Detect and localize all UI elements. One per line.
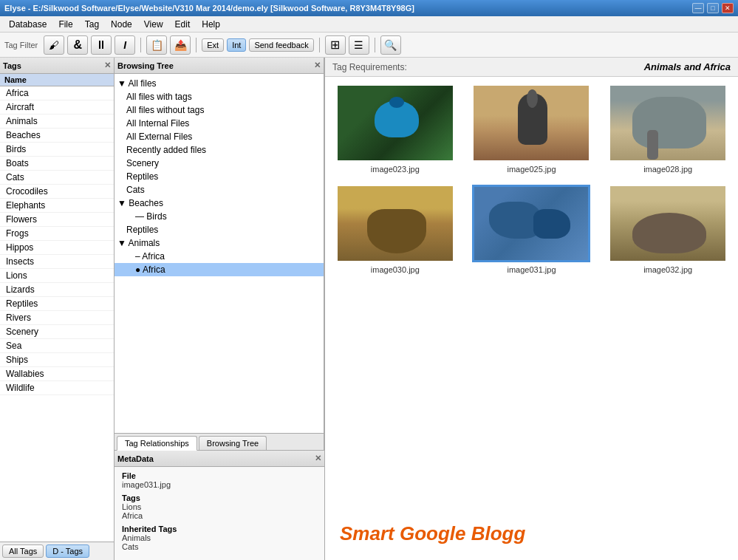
tree-item[interactable]: ● Africa	[115, 263, 324, 276]
menu-item-edit[interactable]: Edit	[169, 18, 197, 31]
tag-item-insects[interactable]: Insects	[0, 255, 114, 269]
image-cell-image025-jpg[interactable]: image025.jpg	[469, 84, 595, 174]
d-tags-button[interactable]: D - Tags	[46, 544, 89, 558]
tree-item[interactable]: Recently added files	[115, 143, 324, 157]
tag-item-cats[interactable]: Cats	[0, 171, 114, 185]
list-view-button[interactable]: ☰	[349, 35, 369, 55]
image-placeholder	[474, 86, 589, 160]
tag-item-hippos[interactable]: Hippos	[0, 241, 114, 255]
meta-tags-africa: Africa	[122, 511, 317, 520]
send-feedback-button[interactable]: Send feedback	[249, 38, 313, 52]
images-grid: image023.jpgimage025.jpgimage028.jpgimag…	[325, 77, 738, 508]
image-cell-image023-jpg[interactable]: image023.jpg	[332, 84, 458, 174]
tree-panel-header: Browsing Tree ✕	[115, 58, 324, 74]
tree-meta-column: Browsing Tree ✕ ▼ All filesAll files wit…	[115, 58, 325, 560]
promo-text: Smart Google Blogg	[325, 508, 738, 560]
tree-item[interactable]: All files with tags	[115, 90, 324, 103]
tree-item[interactable]: — Birds	[115, 210, 324, 223]
stamp2-button[interactable]: 📤	[170, 35, 191, 55]
image-filename: image030.jpg	[371, 265, 420, 274]
tree-item[interactable]: All External Files	[115, 130, 324, 143]
paint-button[interactable]: 🖌	[44, 35, 64, 55]
search-button[interactable]: 🔍	[380, 35, 401, 55]
tree-item[interactable]: Scenery	[115, 157, 324, 170]
main-area: Tags ✕ Name AfricaAircraftAnimalsBeaches…	[0, 58, 738, 560]
tag-item-beaches[interactable]: Beaches	[0, 129, 114, 143]
tree-item[interactable]: All files without tags	[115, 103, 324, 117]
tree-panel-close[interactable]: ✕	[314, 61, 321, 70]
image-cell-image032-jpg[interactable]: image032.jpg	[605, 185, 731, 274]
tree-item[interactable]: ▼ Animals	[115, 236, 324, 250]
toolbar: Tag Filter 🖌 & ⏸ I 📋 📤 Ext Int Send feed…	[0, 33, 738, 58]
meta-tags-lions: Lions	[122, 502, 317, 511]
tag-item-crocodiles[interactable]: Crocodiles	[0, 185, 114, 199]
int-button[interactable]: Int	[227, 38, 246, 52]
tag-item-wallabies[interactable]: Wallabies	[0, 367, 114, 381]
image-placeholder	[610, 86, 725, 160]
tree-item[interactable]: – Africa	[115, 250, 324, 263]
image-thumb	[336, 185, 454, 262]
image-placeholder	[338, 186, 453, 261]
tag-item-lizards[interactable]: Lizards	[0, 283, 114, 297]
tree-tabs: Tag Relationships Browsing Tree	[115, 433, 324, 450]
tag-item-ships[interactable]: Ships	[0, 353, 114, 367]
tag-item-scenery[interactable]: Scenery	[0, 325, 114, 339]
tag-title: Animals and Africa	[644, 61, 731, 72]
tags-panel-header: Tags ✕	[0, 58, 114, 74]
all-tags-button[interactable]: All Tags	[2, 544, 44, 558]
image-cell-image028-jpg[interactable]: image028.jpg	[605, 84, 731, 174]
stamp-button[interactable]: 📋	[146, 35, 167, 55]
tag-requirements-label: Tag Requirements:	[332, 62, 407, 72]
meta-panel-close[interactable]: ✕	[315, 454, 321, 463]
ext-button[interactable]: Ext	[202, 38, 224, 52]
meta-inherited-label: Inherited Tags	[122, 525, 317, 533]
tag-item-rivers[interactable]: Rivers	[0, 311, 114, 325]
menubar: DatabaseFileTagNodeViewEditHelp	[0, 16, 738, 33]
ampersand-button[interactable]: &	[67, 35, 88, 55]
meta-content: File image031.jpg Tags Lions Africa Inhe…	[115, 467, 324, 560]
tags-panel-close[interactable]: ✕	[104, 61, 111, 70]
tag-item-frogs[interactable]: Frogs	[0, 227, 114, 241]
tree-item[interactable]: ▼ Beaches	[115, 197, 324, 210]
tag-item-reptiles[interactable]: Reptiles	[0, 297, 114, 311]
tree-item[interactable]: ▼ All files	[115, 77, 324, 90]
cursor-button[interactable]: I	[115, 35, 135, 55]
image-thumb	[472, 185, 590, 262]
tag-item-sea[interactable]: Sea	[0, 339, 114, 353]
menu-item-node[interactable]: Node	[105, 18, 138, 31]
tree-item[interactable]: All Internal Files	[115, 117, 324, 130]
tag-item-flowers[interactable]: Flowers	[0, 213, 114, 227]
pause-button[interactable]: ⏸	[91, 35, 112, 55]
meta-file-section: File image031.jpg	[122, 471, 317, 489]
tag-item-africa[interactable]: Africa	[0, 86, 114, 100]
menu-item-view[interactable]: View	[138, 18, 169, 31]
image-thumb	[609, 185, 727, 262]
tag-item-birds[interactable]: Birds	[0, 143, 114, 157]
tree-content: ▼ All filesAll files with tagsAll files …	[115, 74, 324, 433]
image-cell-image030-jpg[interactable]: image030.jpg	[332, 185, 458, 274]
minimize-button[interactable]: —	[692, 3, 704, 13]
close-button[interactable]: ✕	[722, 3, 734, 13]
meta-tags-label: Tags	[122, 494, 317, 502]
menu-item-database[interactable]: Database	[3, 18, 52, 31]
tag-item-lions[interactable]: Lions	[0, 269, 114, 283]
grid-view-button[interactable]: ⊞	[325, 35, 346, 55]
images-panel: Tag Requirements: Animals and Africa ima…	[325, 58, 738, 560]
menu-item-tag[interactable]: Tag	[79, 18, 105, 31]
tree-item[interactable]: Reptiles	[115, 170, 324, 183]
tag-item-wildlife[interactable]: Wildlife	[0, 381, 114, 395]
tag-item-elephants[interactable]: Elephants	[0, 199, 114, 213]
tag-item-boats[interactable]: Boats	[0, 157, 114, 171]
tab-tag-relationships[interactable]: Tag Relationships	[117, 436, 197, 451]
tag-item-animals[interactable]: Animals	[0, 115, 114, 129]
tag-item-aircraft[interactable]: Aircraft	[0, 100, 114, 115]
tree-item[interactable]: Cats	[115, 183, 324, 197]
menu-item-file[interactable]: File	[52, 18, 78, 31]
tree-item[interactable]: Reptiles	[115, 223, 324, 236]
titlebar: Elyse - E:/Silkwood Software/Elyse/Websi…	[0, 0, 738, 16]
image-filename: image031.jpg	[507, 265, 556, 274]
maximize-button[interactable]: □	[707, 3, 719, 13]
menu-item-help[interactable]: Help	[196, 18, 226, 31]
tab-browsing-tree[interactable]: Browsing Tree	[199, 436, 267, 450]
image-cell-image031-jpg[interactable]: image031.jpg	[469, 185, 595, 274]
